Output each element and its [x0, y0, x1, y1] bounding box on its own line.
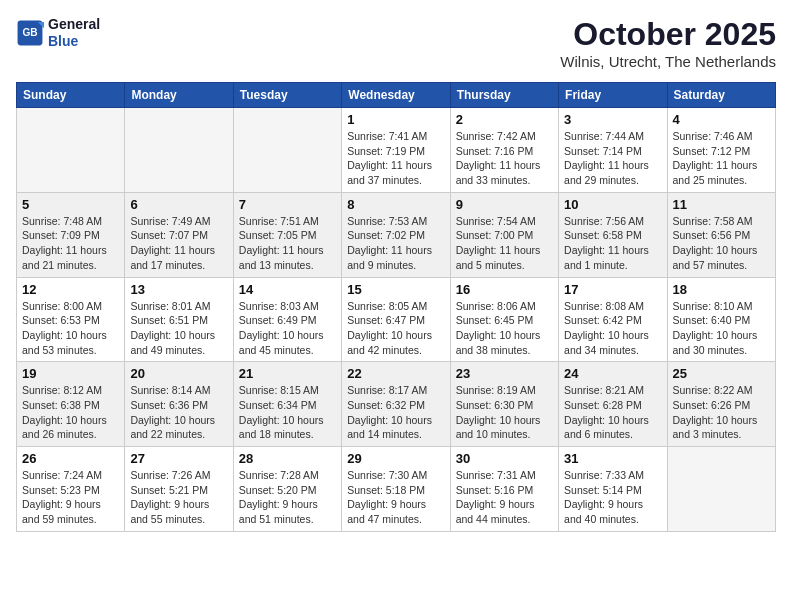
day-number: 10 — [564, 197, 661, 212]
day-info: Sunrise: 7:48 AM Sunset: 7:09 PM Dayligh… — [22, 214, 119, 273]
day-info: Sunrise: 7:51 AM Sunset: 7:05 PM Dayligh… — [239, 214, 336, 273]
day-info: Sunrise: 8:00 AM Sunset: 6:53 PM Dayligh… — [22, 299, 119, 358]
day-number: 26 — [22, 451, 119, 466]
calendar-cell: 23Sunrise: 8:19 AM Sunset: 6:30 PM Dayli… — [450, 362, 558, 447]
day-info: Sunrise: 8:12 AM Sunset: 6:38 PM Dayligh… — [22, 383, 119, 442]
day-info: Sunrise: 8:15 AM Sunset: 6:34 PM Dayligh… — [239, 383, 336, 442]
location: Wilnis, Utrecht, The Netherlands — [560, 53, 776, 70]
title-block: October 2025 Wilnis, Utrecht, The Nether… — [560, 16, 776, 70]
day-info: Sunrise: 7:33 AM Sunset: 5:14 PM Dayligh… — [564, 468, 661, 527]
day-info: Sunrise: 8:05 AM Sunset: 6:47 PM Dayligh… — [347, 299, 444, 358]
day-info: Sunrise: 8:21 AM Sunset: 6:28 PM Dayligh… — [564, 383, 661, 442]
weekday-header-tuesday: Tuesday — [233, 83, 341, 108]
day-info: Sunrise: 7:28 AM Sunset: 5:20 PM Dayligh… — [239, 468, 336, 527]
weekday-header-wednesday: Wednesday — [342, 83, 450, 108]
calendar-cell: 14Sunrise: 8:03 AM Sunset: 6:49 PM Dayli… — [233, 277, 341, 362]
weekday-header-monday: Monday — [125, 83, 233, 108]
calendar-cell: 15Sunrise: 8:05 AM Sunset: 6:47 PM Dayli… — [342, 277, 450, 362]
day-info: Sunrise: 7:58 AM Sunset: 6:56 PM Dayligh… — [673, 214, 770, 273]
calendar-cell: 21Sunrise: 8:15 AM Sunset: 6:34 PM Dayli… — [233, 362, 341, 447]
calendar-table: SundayMondayTuesdayWednesdayThursdayFrid… — [16, 82, 776, 532]
logo: GB General Blue — [16, 16, 100, 50]
weekday-header-sunday: Sunday — [17, 83, 125, 108]
calendar-week-5: 26Sunrise: 7:24 AM Sunset: 5:23 PM Dayli… — [17, 447, 776, 532]
calendar-cell: 12Sunrise: 8:00 AM Sunset: 6:53 PM Dayli… — [17, 277, 125, 362]
calendar-cell: 16Sunrise: 8:06 AM Sunset: 6:45 PM Dayli… — [450, 277, 558, 362]
day-number: 1 — [347, 112, 444, 127]
day-number: 16 — [456, 282, 553, 297]
day-info: Sunrise: 8:14 AM Sunset: 6:36 PM Dayligh… — [130, 383, 227, 442]
calendar-cell: 2Sunrise: 7:42 AM Sunset: 7:16 PM Daylig… — [450, 108, 558, 193]
day-number: 30 — [456, 451, 553, 466]
day-number: 24 — [564, 366, 661, 381]
logo-text: General Blue — [48, 16, 100, 50]
weekday-header-row: SundayMondayTuesdayWednesdayThursdayFrid… — [17, 83, 776, 108]
day-info: Sunrise: 7:30 AM Sunset: 5:18 PM Dayligh… — [347, 468, 444, 527]
calendar-cell: 31Sunrise: 7:33 AM Sunset: 5:14 PM Dayli… — [559, 447, 667, 532]
calendar-cell: 8Sunrise: 7:53 AM Sunset: 7:02 PM Daylig… — [342, 192, 450, 277]
day-info: Sunrise: 8:03 AM Sunset: 6:49 PM Dayligh… — [239, 299, 336, 358]
calendar-cell: 4Sunrise: 7:46 AM Sunset: 7:12 PM Daylig… — [667, 108, 775, 193]
day-info: Sunrise: 7:42 AM Sunset: 7:16 PM Dayligh… — [456, 129, 553, 188]
calendar-cell: 25Sunrise: 8:22 AM Sunset: 6:26 PM Dayli… — [667, 362, 775, 447]
day-info: Sunrise: 7:49 AM Sunset: 7:07 PM Dayligh… — [130, 214, 227, 273]
calendar-cell: 10Sunrise: 7:56 AM Sunset: 6:58 PM Dayli… — [559, 192, 667, 277]
calendar-cell: 26Sunrise: 7:24 AM Sunset: 5:23 PM Dayli… — [17, 447, 125, 532]
day-number: 7 — [239, 197, 336, 212]
day-info: Sunrise: 8:22 AM Sunset: 6:26 PM Dayligh… — [673, 383, 770, 442]
calendar-week-1: 1Sunrise: 7:41 AM Sunset: 7:19 PM Daylig… — [17, 108, 776, 193]
calendar-cell — [125, 108, 233, 193]
calendar-cell: 5Sunrise: 7:48 AM Sunset: 7:09 PM Daylig… — [17, 192, 125, 277]
day-info: Sunrise: 8:17 AM Sunset: 6:32 PM Dayligh… — [347, 383, 444, 442]
day-info: Sunrise: 8:10 AM Sunset: 6:40 PM Dayligh… — [673, 299, 770, 358]
day-number: 31 — [564, 451, 661, 466]
day-info: Sunrise: 7:56 AM Sunset: 6:58 PM Dayligh… — [564, 214, 661, 273]
day-number: 9 — [456, 197, 553, 212]
day-number: 13 — [130, 282, 227, 297]
day-info: Sunrise: 7:41 AM Sunset: 7:19 PM Dayligh… — [347, 129, 444, 188]
day-number: 14 — [239, 282, 336, 297]
calendar-cell: 29Sunrise: 7:30 AM Sunset: 5:18 PM Dayli… — [342, 447, 450, 532]
weekday-header-saturday: Saturday — [667, 83, 775, 108]
day-info: Sunrise: 7:54 AM Sunset: 7:00 PM Dayligh… — [456, 214, 553, 273]
weekday-header-friday: Friday — [559, 83, 667, 108]
day-info: Sunrise: 7:46 AM Sunset: 7:12 PM Dayligh… — [673, 129, 770, 188]
calendar-cell: 27Sunrise: 7:26 AM Sunset: 5:21 PM Dayli… — [125, 447, 233, 532]
calendar-cell: 17Sunrise: 8:08 AM Sunset: 6:42 PM Dayli… — [559, 277, 667, 362]
day-number: 22 — [347, 366, 444, 381]
calendar-cell — [667, 447, 775, 532]
calendar-cell — [17, 108, 125, 193]
calendar-cell: 6Sunrise: 7:49 AM Sunset: 7:07 PM Daylig… — [125, 192, 233, 277]
day-number: 27 — [130, 451, 227, 466]
day-number: 12 — [22, 282, 119, 297]
day-number: 8 — [347, 197, 444, 212]
day-number: 23 — [456, 366, 553, 381]
day-number: 6 — [130, 197, 227, 212]
month-title: October 2025 — [560, 16, 776, 53]
calendar-week-3: 12Sunrise: 8:00 AM Sunset: 6:53 PM Dayli… — [17, 277, 776, 362]
calendar-cell: 11Sunrise: 7:58 AM Sunset: 6:56 PM Dayli… — [667, 192, 775, 277]
day-number: 29 — [347, 451, 444, 466]
page-header: GB General Blue October 2025 Wilnis, Utr… — [16, 16, 776, 70]
day-number: 28 — [239, 451, 336, 466]
day-info: Sunrise: 7:44 AM Sunset: 7:14 PM Dayligh… — [564, 129, 661, 188]
day-number: 20 — [130, 366, 227, 381]
calendar-cell: 30Sunrise: 7:31 AM Sunset: 5:16 PM Dayli… — [450, 447, 558, 532]
calendar-cell: 24Sunrise: 8:21 AM Sunset: 6:28 PM Dayli… — [559, 362, 667, 447]
day-info: Sunrise: 8:08 AM Sunset: 6:42 PM Dayligh… — [564, 299, 661, 358]
calendar-cell: 19Sunrise: 8:12 AM Sunset: 6:38 PM Dayli… — [17, 362, 125, 447]
day-number: 18 — [673, 282, 770, 297]
day-info: Sunrise: 7:24 AM Sunset: 5:23 PM Dayligh… — [22, 468, 119, 527]
weekday-header-thursday: Thursday — [450, 83, 558, 108]
day-number: 21 — [239, 366, 336, 381]
calendar-week-2: 5Sunrise: 7:48 AM Sunset: 7:09 PM Daylig… — [17, 192, 776, 277]
calendar-cell: 7Sunrise: 7:51 AM Sunset: 7:05 PM Daylig… — [233, 192, 341, 277]
calendar-cell — [233, 108, 341, 193]
day-info: Sunrise: 8:01 AM Sunset: 6:51 PM Dayligh… — [130, 299, 227, 358]
day-number: 25 — [673, 366, 770, 381]
day-info: Sunrise: 7:26 AM Sunset: 5:21 PM Dayligh… — [130, 468, 227, 527]
day-number: 5 — [22, 197, 119, 212]
logo-icon: GB — [16, 19, 44, 47]
calendar-cell: 28Sunrise: 7:28 AM Sunset: 5:20 PM Dayli… — [233, 447, 341, 532]
day-number: 19 — [22, 366, 119, 381]
